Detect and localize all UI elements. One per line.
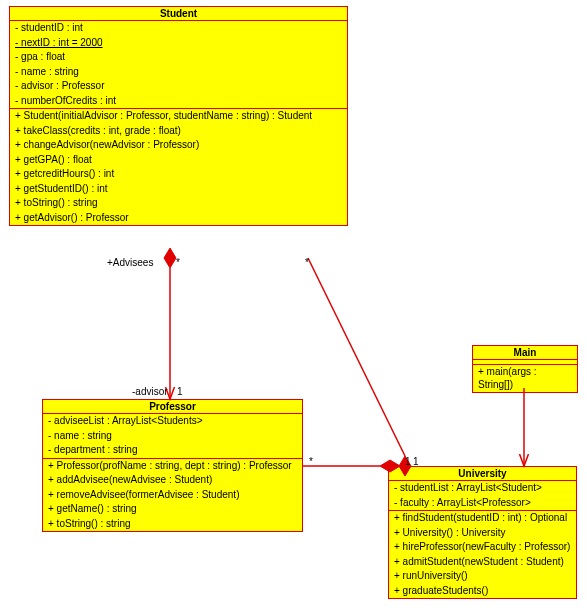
operations: + Student(initialAdvisor : Professor, st…: [10, 109, 347, 225]
op: + addAdvisee(newAdvisee : Student): [43, 473, 302, 488]
attributes: - adviseeList : ArrayList<Students> - na…: [43, 414, 302, 459]
class-title: University: [389, 467, 576, 481]
op: + Professor(profName : string, dept : st…: [43, 459, 302, 474]
op: + hireProfessor(newFaculty : Professor): [389, 540, 576, 555]
op: + main(args : String[]): [473, 365, 577, 392]
attr: - studentList : ArrayList<Student>: [389, 481, 576, 496]
op: + University() : University: [389, 526, 576, 541]
student-university-link: [308, 258, 405, 456]
op: + removeAdvisee(formerAdvisee : Student): [43, 488, 302, 503]
class-title: Student: [10, 7, 347, 21]
main-class[interactable]: Main + main(args : String[]): [472, 345, 578, 393]
op: + graduateStudents(): [389, 584, 576, 599]
op: + getcreditHours() : int: [10, 167, 347, 182]
professor-class[interactable]: Professor - adviseeList : ArrayList<Stud…: [42, 399, 303, 532]
op: + getAdvisor() : Professor: [10, 211, 347, 226]
op: + admitStudent(newStudent : Student): [389, 555, 576, 570]
attributes: - studentList : ArrayList<Student> - fac…: [389, 481, 576, 511]
operations: + main(args : String[]): [473, 365, 577, 392]
composition-diamond: [164, 248, 176, 268]
stud-one-label: 1: [413, 456, 419, 467]
class-title: Main: [473, 346, 577, 360]
attr: - faculty : ArrayList<Professor>: [389, 496, 576, 511]
prof-one-label: 1: [405, 456, 411, 467]
op: + toString() : string: [10, 196, 347, 211]
class-title: Professor: [43, 400, 302, 414]
attr: - name : string: [10, 65, 347, 80]
operations: + Professor(profName : string, dept : st…: [43, 459, 302, 532]
attr: - name : string: [43, 429, 302, 444]
attr: - adviseeList : ArrayList<Students>: [43, 414, 302, 429]
op: + getGPA() : float: [10, 153, 347, 168]
op: + getStudentID() : int: [10, 182, 347, 197]
op: + getName() : string: [43, 502, 302, 517]
attributes: - studentID : int - nextID : int = 2000 …: [10, 21, 347, 109]
advisees-mult-label: *: [176, 257, 180, 268]
attr: - gpa : float: [10, 50, 347, 65]
stud-star-label: *: [305, 257, 309, 268]
advisor-role-label: -advisor: [132, 386, 168, 397]
op: + findStudent(studentID : int) : Optiona…: [389, 511, 576, 526]
operations: + findStudent(studentID : int) : Optiona…: [389, 511, 576, 598]
attr: - numberOfCredits : int: [10, 94, 347, 109]
op: + runUniversity(): [389, 569, 576, 584]
prof-star-label: *: [309, 456, 313, 467]
op: + takeClass(credits : int, grade : float…: [10, 124, 347, 139]
advisor-mult-label: 1: [177, 386, 183, 397]
student-class[interactable]: Student - studentID : int - nextID : int…: [9, 6, 348, 226]
op: + changeAdvisor(newAdvisor : Professor): [10, 138, 347, 153]
op: + Student(initialAdvisor : Professor, st…: [10, 109, 347, 124]
op: + toString() : string: [43, 517, 302, 532]
advisees-role-label: +Advisees: [107, 257, 153, 268]
attr: - advisor : Professor: [10, 79, 347, 94]
attr: - department : string: [43, 443, 302, 458]
attr: - studentID : int: [10, 21, 347, 36]
attr: - nextID : int = 2000: [10, 36, 347, 51]
university-class[interactable]: University - studentList : ArrayList<Stu…: [388, 466, 577, 599]
uml-diagram: Student - studentID : int - nextID : int…: [0, 0, 587, 611]
